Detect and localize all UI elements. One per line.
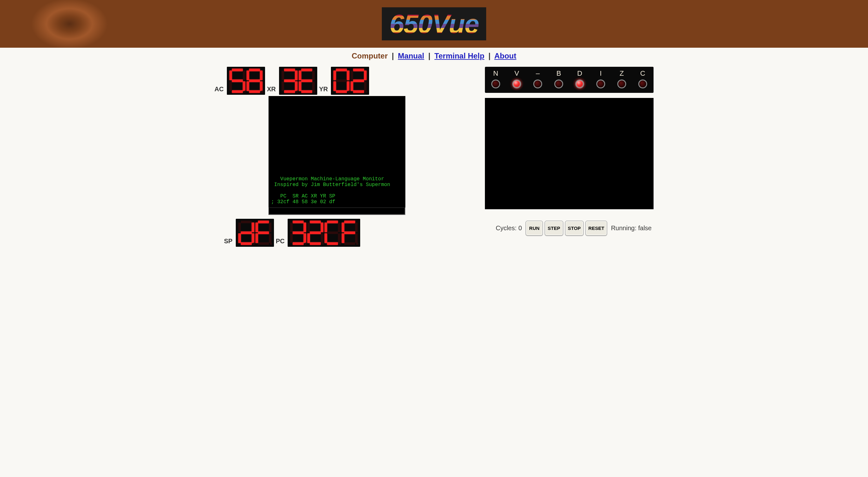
running-label: Running: false [611,224,652,232]
reg-pc-label: PC [276,237,285,245]
logo-text: 650Vue [390,10,479,37]
reg-yr-display [331,67,369,95]
reg-xr-display [279,67,317,95]
flag-led [617,80,626,88]
terminal-output: Vuepermon Machine-Language Monitor Inspi… [269,96,405,207]
nav-bar: Computer | Manual | Terminal Help | Abou… [0,48,868,67]
status-flags-panel: NV–BDIZC [485,67,654,93]
reg-xr-label: XR [267,86,276,93]
flag-v: V [512,69,521,88]
stop-button[interactable]: STOP [565,221,584,236]
flag-led [491,80,500,88]
register-row-bottom: SP PC [224,219,405,247]
flag-label: C [640,69,645,77]
terminal-input[interactable] [269,207,405,215]
flag-label: – [536,69,540,77]
nav-terminal-help[interactable]: Terminal Help [434,52,484,60]
flag-led [596,80,605,88]
register-row-top: AC XR YR [214,67,405,95]
reset-button[interactable]: RESET [585,221,607,236]
reg-ac-display [227,67,265,95]
flag-z: Z [617,69,626,88]
flag-label: B [557,69,561,77]
flag-n: N [491,69,500,88]
nav-computer[interactable]: Computer [351,52,388,60]
display-screen [485,98,654,209]
reg-yr-label: YR [319,86,328,93]
flag-label: V [515,69,519,77]
flag-label: Z [620,69,624,77]
header-banner: 650Vue [0,0,868,48]
flag-–: – [533,69,542,88]
reg-pc-display [288,219,360,247]
flag-label: D [577,69,582,77]
nav-manual[interactable]: Manual [398,52,425,60]
reg-sp-label: SP [224,237,232,245]
flag-led [575,80,584,88]
run-button[interactable]: RUN [526,221,543,236]
flag-i: I [596,69,605,88]
flag-label: N [493,69,498,77]
running-value: false [638,224,652,231]
cycles-value: 0 [518,224,522,231]
flag-b: B [554,69,563,88]
cycles-label: Cycles: 0 [496,224,522,232]
control-bar: Cycles: 0 RUN STEP STOP RESET Running: f… [485,221,654,236]
logo-box: 650Vue [382,7,487,40]
flag-c: C [638,69,647,88]
flag-led [533,80,542,88]
reg-sp-display [236,219,274,247]
flag-d: D [575,69,584,88]
flag-led [638,80,647,88]
reg-ac-label: AC [214,86,224,93]
nav-about[interactable]: About [494,52,516,60]
flag-led [512,80,521,88]
step-button[interactable]: STEP [545,221,563,236]
flag-led [554,80,563,88]
flag-label: I [600,69,602,77]
